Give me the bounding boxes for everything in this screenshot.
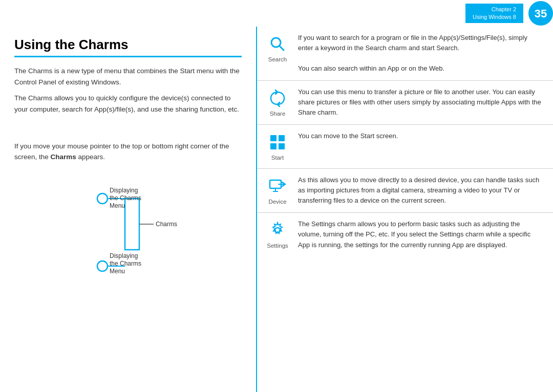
share-desc: You can use this menu to transfer a pict… <box>298 87 548 118</box>
device-icon <box>268 177 287 195</box>
corner-text-bold: Charms <box>51 153 76 161</box>
svg-rect-18 <box>279 143 285 149</box>
chapter-info: Chapter 2 Using Windows 8 35 <box>465 1 553 26</box>
start-icon <box>268 133 287 151</box>
svg-rect-17 <box>270 143 276 149</box>
share-label: Share <box>270 110 286 118</box>
page-header: Chapter 2 Using Windows 8 35 <box>0 0 553 27</box>
charm-icon-cell-share: Share <box>257 87 298 118</box>
search-desc: If you want to search for a program or f… <box>298 33 548 74</box>
corner-text-after: appears. <box>76 153 105 161</box>
svg-text:Displaying: Displaying <box>110 252 138 259</box>
corner-text-before: If you move your mouse pointer to the to… <box>14 142 229 161</box>
settings-desc: The Settings charm allows you to perform… <box>298 219 548 250</box>
svg-text:Menu: Menu <box>110 268 125 275</box>
page-container: Chapter 2 Using Windows 8 35 Using the C… <box>0 0 553 392</box>
svg-text:Displaying: Displaying <box>110 187 138 194</box>
share-icon <box>268 89 287 107</box>
settings-label: Settings <box>267 242 288 250</box>
svg-rect-2 <box>125 199 139 250</box>
svg-point-3 <box>97 261 108 271</box>
chapter-text: Chapter 2 Using Windows 8 <box>465 4 523 24</box>
page-number: 35 <box>528 1 553 26</box>
charm-row-share: Share You can use this menu to transfer … <box>257 81 553 125</box>
page-title: Using the Charms <box>14 37 242 57</box>
device-desc: As this allows you to move directly to a… <box>298 175 548 206</box>
intro-para-1: The Charms is a new type of menu that co… <box>14 66 242 88</box>
device-label: Device <box>268 198 286 206</box>
charms-diagram: Displaying the Charms Menu Charms Displa… <box>14 182 242 300</box>
svg-line-14 <box>280 46 284 51</box>
corner-para: If you move your mouse pointer to the to… <box>14 141 242 163</box>
charm-icon-cell-search: Search <box>257 33 298 74</box>
content-area: Using the Charms The Charms is a new typ… <box>0 27 553 392</box>
charm-row-device: Device As this allows you to move direct… <box>257 169 553 213</box>
search-label: Search <box>268 55 287 64</box>
svg-rect-16 <box>279 135 285 141</box>
intro-para-2: The Charms allows you to quickly configu… <box>14 93 242 115</box>
chapter-sub: Using Windows 8 <box>473 13 516 21</box>
svg-text:Charms: Charms <box>156 221 177 228</box>
settings-icon <box>268 221 287 239</box>
svg-rect-15 <box>270 135 276 141</box>
svg-text:Menu: Menu <box>110 202 125 209</box>
charm-row-start: Start You can move to the Start screen. <box>257 125 553 169</box>
start-label: Start <box>271 154 284 162</box>
charm-icon-cell-start: Start <box>257 131 298 162</box>
charm-row-search: Search If you want to search for a progr… <box>257 27 553 81</box>
svg-text:the Charms: the Charms <box>110 194 141 202</box>
start-desc: You can move to the Start screen. <box>298 131 548 162</box>
charm-icon-cell-settings: Settings <box>257 219 298 250</box>
chapter-label: Chapter 2 <box>473 6 516 13</box>
right-column: Search If you want to search for a progr… <box>256 27 553 392</box>
search-icon <box>268 35 287 53</box>
left-column: Using the Charms The Charms is a new typ… <box>0 27 256 392</box>
svg-text:the Charms: the Charms <box>110 260 141 267</box>
svg-point-0 <box>97 193 108 204</box>
charm-row-settings: Settings The Settings charm allows you t… <box>257 213 553 256</box>
charm-icon-cell-device: Device <box>257 175 298 206</box>
diagram-svg: Displaying the Charms Menu Charms Displa… <box>56 182 200 300</box>
